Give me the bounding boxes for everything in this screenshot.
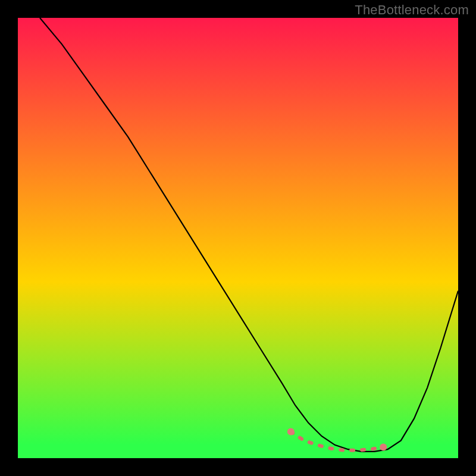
- plot-area: [18, 18, 458, 458]
- gradient-background: [18, 18, 458, 458]
- watermark-text: TheBottleneck.com: [355, 2, 469, 18]
- plot-svg: [18, 18, 458, 458]
- trough-end-dot: [287, 428, 295, 436]
- trough-end-dot: [380, 444, 387, 451]
- chart-frame: TheBottleneck.com: [0, 0, 476, 476]
